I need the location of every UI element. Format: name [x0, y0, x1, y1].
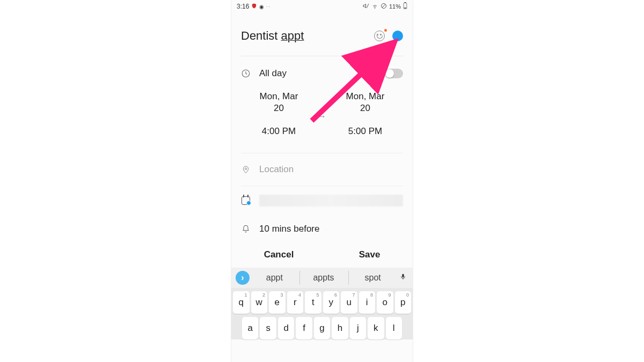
emoji-button[interactable]	[374, 31, 385, 41]
arrow-right-icon: →	[313, 112, 331, 121]
svg-rect-9	[402, 274, 404, 277]
battery-icon	[403, 2, 407, 11]
mute-icon	[363, 3, 369, 11]
clock-icon	[241, 69, 251, 78]
location-pin-icon	[241, 165, 251, 174]
all-day-toggle[interactable]	[385, 69, 403, 78]
end-date-line1: Mon, Mar	[331, 91, 400, 102]
svg-rect-6	[404, 8, 406, 8]
save-button[interactable]: Save	[359, 249, 380, 260]
end-date-line2: 20	[331, 102, 400, 114]
svg-point-8	[245, 168, 246, 169]
battery-text: 11%	[389, 3, 401, 10]
key-i[interactable]: i8	[359, 291, 376, 314]
key-h[interactable]: h	[332, 317, 348, 339]
key-a[interactable]: a	[242, 317, 258, 339]
location-placeholder: Location	[259, 164, 294, 175]
phone-screen: 3:16 ◉ · · 11% Denti	[231, 0, 413, 362]
all-day-row: All day	[241, 56, 403, 79]
key-r[interactable]: r4	[287, 291, 304, 314]
key-g[interactable]: g	[314, 317, 330, 339]
reminder-label: 10 mins before	[259, 224, 319, 234]
end-datetime[interactable]: Mon, Mar 20 5:00 PM	[331, 91, 400, 137]
chevron-right-icon: ›	[241, 273, 244, 283]
microphone-icon	[399, 274, 407, 283]
key-q[interactable]: q1	[233, 291, 250, 314]
key-p[interactable]: p0	[395, 291, 412, 314]
key-j[interactable]: j	[350, 317, 366, 339]
status-time: 3:16	[237, 3, 249, 10]
event-color-button[interactable]	[392, 31, 403, 41]
key-e[interactable]: e3	[269, 291, 286, 314]
no-sim-icon	[380, 3, 387, 11]
keyboard: q1w2e3r4t5y6u7i8o9p0 asdfghjkl	[231, 288, 413, 339]
calendar-account-blurred	[259, 195, 403, 206]
calendar-icon	[241, 196, 251, 205]
start-time[interactable]: 4:00 PM	[244, 126, 313, 137]
status-bar: 3:16 ◉ · · 11%	[231, 0, 413, 13]
start-date-line1: Mon, Mar	[244, 91, 313, 102]
suggestion-3[interactable]: spot	[348, 271, 397, 285]
svg-point-1	[375, 8, 375, 8]
expand-suggestions-button[interactable]: ›	[236, 271, 250, 285]
event-title-input[interactable]: Dentist appt	[241, 29, 304, 43]
key-s[interactable]: s	[260, 317, 276, 339]
datetime-row: Mon, Mar 20 4:00 PM → Mon, Mar 20 5:00 P…	[241, 79, 403, 139]
status-icon: ◉	[259, 4, 264, 10]
title-text-prefix: Dentist	[241, 29, 281, 42]
status-dots-icon: · ·	[266, 4, 270, 9]
key-o[interactable]: o9	[377, 291, 393, 314]
start-datetime[interactable]: Mon, Mar 20 4:00 PM	[244, 91, 313, 137]
key-d[interactable]: d	[278, 317, 294, 339]
key-t[interactable]: t5	[305, 291, 321, 314]
key-u[interactable]: u7	[341, 291, 357, 314]
bell-icon	[241, 224, 251, 234]
calendar-account-row[interactable]	[241, 186, 403, 215]
keyboard-suggestions: › appt appts spot	[231, 268, 413, 288]
action-bar: Cancel Save	[231, 244, 413, 268]
suggestion-1[interactable]: appt	[251, 271, 298, 285]
reminder-row[interactable]: 10 mins before	[241, 215, 403, 244]
key-l[interactable]: l	[386, 317, 402, 339]
key-f[interactable]: f	[296, 317, 312, 339]
svg-line-3	[382, 4, 385, 8]
wifi-icon	[371, 3, 378, 11]
cancel-button[interactable]: Cancel	[264, 249, 294, 260]
smiley-icon	[374, 31, 385, 41]
key-y[interactable]: y6	[323, 291, 340, 314]
end-time[interactable]: 5:00 PM	[331, 126, 400, 137]
title-text-suffix: appt	[281, 29, 304, 42]
event-title-row: Dentist appt	[241, 29, 403, 56]
start-date-line2: 20	[244, 102, 313, 114]
shield-icon	[251, 3, 257, 11]
location-row[interactable]: Location	[241, 153, 403, 186]
all-day-label: All day	[259, 68, 287, 79]
svg-rect-5	[405, 2, 406, 3]
key-k[interactable]: k	[368, 317, 384, 339]
svg-line-0	[367, 4, 369, 8]
key-w[interactable]: w2	[251, 291, 268, 314]
suggestion-2[interactable]: appts	[299, 271, 348, 285]
mic-button[interactable]	[398, 272, 408, 284]
notification-dot-icon	[384, 29, 387, 32]
